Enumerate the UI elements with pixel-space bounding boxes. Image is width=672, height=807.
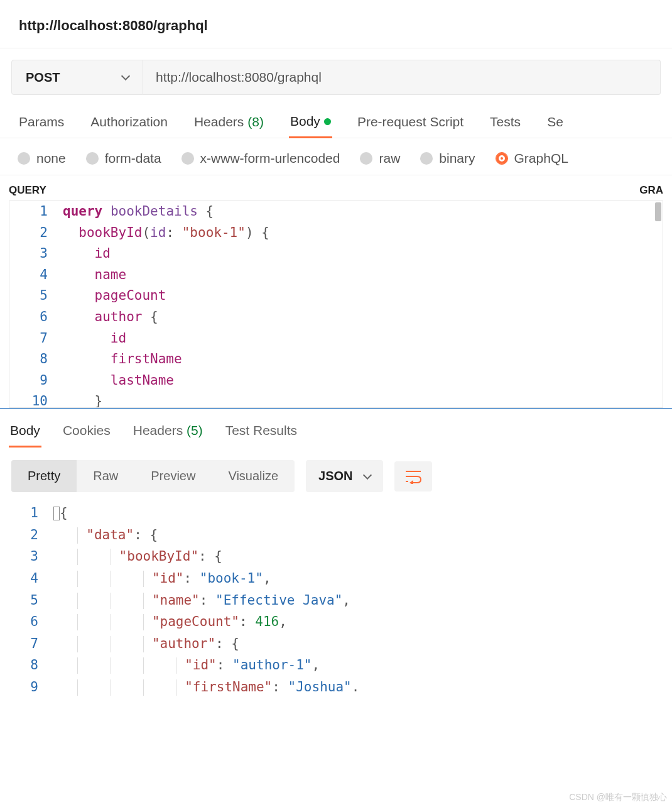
code-line: 10 }: [9, 391, 663, 408]
code-line: 8 firstName: [9, 349, 663, 370]
radio-icon: [420, 152, 433, 165]
response-toolbar: Pretty Raw Preview Visualize JSON: [0, 453, 672, 498]
code-content: lastName: [63, 370, 174, 392]
tab-prerequest[interactable]: Pre-request Script: [356, 106, 465, 138]
code-line: 1{: [0, 502, 672, 524]
body-type-label: x-www-form-urlencoded: [200, 151, 340, 166]
response-body[interactable]: 1{2 "data": {3 "bookById": {4 "id": "boo…: [0, 498, 672, 698]
response-tab-test-results[interactable]: Test Results: [224, 420, 298, 447]
chevron-down-icon: [362, 470, 371, 479]
code-line: 7 "author": {: [0, 633, 672, 655]
body-type-form-data[interactable]: form-data: [86, 151, 161, 166]
format-select[interactable]: JSON: [306, 460, 382, 492]
code-line: 4 "id": "book-1",: [0, 568, 672, 590]
line-number: 7: [0, 633, 53, 655]
code-line: 4 name: [9, 265, 663, 286]
query-editor[interactable]: 1query bookDetails {2 bookById(id: "book…: [9, 200, 663, 408]
line-number: 5: [9, 285, 63, 307]
line-number: 5: [0, 590, 53, 612]
response-headers-count: (5): [187, 423, 203, 437]
body-type-none[interactable]: none: [18, 151, 66, 166]
svg-marker-1: [409, 480, 413, 484]
view-pretty[interactable]: Pretty: [11, 460, 77, 492]
code-content: "firstName": "Joshua".: [53, 676, 359, 698]
line-number: 1: [9, 201, 63, 222]
code-line: 3 id: [9, 243, 663, 265]
radio-icon: [18, 152, 30, 165]
line-number: 3: [0, 546, 53, 568]
dot-indicator-icon: [324, 118, 331, 125]
response-tab-body[interactable]: Body: [9, 420, 41, 447]
method-select[interactable]: POST: [11, 60, 143, 95]
tab-settings[interactable]: Se: [546, 106, 565, 138]
request-title: http://localhost:8080/graphql: [0, 0, 672, 48]
code-content: "data": {: [53, 524, 158, 546]
body-type-raw[interactable]: raw: [360, 151, 400, 166]
tab-params[interactable]: Params: [18, 106, 65, 138]
code-line: 6 "pageCount": 416,: [0, 611, 672, 633]
code-line: 6 author {: [9, 307, 663, 328]
view-group: Pretty Raw Preview Visualize: [11, 460, 295, 492]
view-visualize[interactable]: Visualize: [212, 460, 295, 492]
body-type-binary[interactable]: binary: [420, 151, 475, 166]
variables-label: GRA: [639, 184, 663, 197]
chevron-down-icon: [121, 72, 130, 80]
code-content: "author": {: [53, 633, 239, 655]
code-line: 8 "id": "author-1",: [0, 654, 672, 676]
tab-body[interactable]: Body: [289, 106, 332, 138]
tab-headers[interactable]: Headers (8): [193, 106, 265, 138]
response-tab-cookies[interactable]: Cookies: [62, 420, 112, 447]
code-content: name: [63, 265, 126, 286]
query-label: QUERY: [9, 184, 46, 197]
code-line: 3 "bookById": {: [0, 546, 672, 568]
code-line: 2 "data": {: [0, 524, 672, 546]
radio-icon: [86, 152, 99, 165]
code-content: "name": "Effective Java",: [53, 590, 350, 612]
code-line: 5 "name": "Effective Java",: [0, 590, 672, 612]
body-type-label: binary: [439, 151, 475, 166]
line-number: 6: [9, 307, 63, 328]
body-type-xwww[interactable]: x-www-form-urlencoded: [182, 151, 340, 166]
body-type-label: GraphQL: [514, 151, 568, 166]
code-content: "id": "author-1",: [53, 654, 320, 676]
tab-headers-label: Headers: [194, 114, 244, 129]
response-tabs: Body Cookies Headers (5) Test Results: [0, 409, 672, 453]
tab-body-label: Body: [290, 114, 320, 129]
view-preview[interactable]: Preview: [134, 460, 212, 492]
wrap-lines-button[interactable]: [394, 461, 432, 491]
code-content: {: [53, 502, 68, 524]
line-number: 8: [9, 349, 63, 370]
response-tab-headers-label: Headers: [133, 423, 183, 437]
tab-authorization[interactable]: Authorization: [89, 106, 169, 138]
body-type-label: form-data: [105, 151, 161, 166]
line-number: 1: [0, 502, 53, 524]
scrollbar-thumb[interactable]: [655, 202, 661, 221]
body-type-label: raw: [379, 151, 400, 166]
tab-tests[interactable]: Tests: [489, 106, 522, 138]
code-content: "pageCount": 416,: [53, 611, 287, 633]
body-type-graphql[interactable]: GraphQL: [496, 151, 568, 166]
request-row: POST: [0, 48, 672, 106]
line-number: 8: [0, 654, 53, 676]
wrap-lines-icon: [404, 469, 422, 484]
radio-icon: [360, 152, 372, 165]
code-content: query bookDetails {: [63, 201, 214, 222]
url-input[interactable]: [143, 60, 661, 95]
query-editor-section: QUERY GRA 1query bookDetails {2 bookById…: [0, 175, 672, 408]
code-line: 9 lastName: [9, 370, 663, 392]
line-number: 9: [0, 676, 53, 698]
code-line: 7 id: [9, 328, 663, 349]
radio-icon: [182, 152, 194, 165]
line-number: 3: [9, 243, 63, 265]
line-number: 4: [9, 265, 63, 286]
headers-count: (8): [247, 114, 264, 129]
code-content: firstName: [63, 349, 182, 370]
request-tabs: Params Authorization Headers (8) Body Pr…: [0, 106, 672, 138]
code-line: 5 pageCount: [9, 285, 663, 307]
code-content: id: [63, 328, 126, 349]
format-label: JSON: [318, 469, 352, 483]
radio-selected-icon: [496, 152, 508, 165]
view-raw[interactable]: Raw: [77, 460, 134, 492]
line-number: 6: [0, 611, 53, 633]
response-tab-headers[interactable]: Headers (5): [132, 420, 204, 447]
